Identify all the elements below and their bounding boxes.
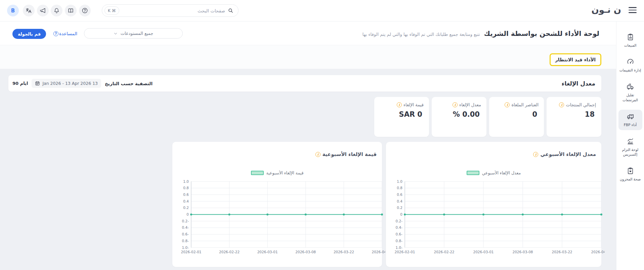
sidebar-item-reviews[interactable]: إدارة التقييمات — [618, 55, 642, 75]
legend-label: معدل الإلغاء الأسبوعي — [482, 170, 521, 175]
svg-text:2026-04-05: 2026-04-05 — [372, 250, 385, 254]
chart-legend: قيمة الإلغاء الأسبوعية — [172, 170, 382, 175]
chart-title: معدل الإلغاء الأسبوعي — [540, 151, 596, 157]
filter-by-date-label: التصفية حسب التاريخ — [105, 81, 153, 86]
svg-text:2026-03-08: 2026-03-08 — [512, 250, 533, 254]
chevron-down-icon — [114, 32, 118, 36]
svg-text:0.8-: 0.8- — [396, 239, 403, 243]
svg-text:0.4: 0.4 — [183, 199, 189, 203]
legend-swatch — [467, 171, 479, 175]
stat-label: قيمة الإلغاء — [403, 102, 424, 107]
svg-text:2026-03-08: 2026-03-08 — [295, 250, 316, 254]
stats-row: إجمالي المنتجات i 18 العناصر الملغاة i 0… — [8, 97, 601, 137]
stat-card-cancellation-rate: معدل الإلغاء i 0.00 % — [432, 97, 486, 137]
stat-label: إجمالي المنتجات — [566, 102, 596, 107]
svg-text:2026-03-01: 2026-03-01 — [257, 250, 278, 254]
stat-card-total-products: إجمالي المنتجات i 18 — [547, 97, 601, 137]
megaphone-icon — [40, 7, 46, 14]
info-icon[interactable]: i — [453, 102, 458, 107]
help-button[interactable] — [79, 5, 91, 16]
svg-text:0.2-: 0.2- — [396, 219, 403, 223]
sidebar-item-label: لوحة التزام إكسبريس — [619, 147, 642, 157]
search-bar: K ⌘ — [102, 4, 239, 17]
hamburger-menu-icon[interactable] — [629, 7, 637, 14]
info-icon[interactable]: i — [397, 102, 402, 107]
translate-icon — [26, 7, 32, 14]
svg-text:1.0-: 1.0- — [182, 246, 189, 250]
bell-icon — [53, 7, 60, 14]
gauge-icon — [627, 58, 634, 66]
weekly-cancellation-value-chart: 1.00.80.60.40.200.2-0.4-0.6-0.8-1.0-2026… — [172, 178, 382, 256]
info-icon[interactable]: i — [315, 152, 320, 157]
sidebar-item-fbp-performance[interactable]: أداء FBP — [618, 110, 642, 130]
sales-clipboard-icon — [627, 33, 634, 41]
warehouse-dropdown[interactable]: جميع المستودعات — [84, 28, 183, 39]
stat-value: 18 — [550, 110, 596, 118]
sidebar-item-inventory-health[interactable]: صحة المخزون — [618, 164, 642, 184]
sidebar: المبيعات إدارة التقييمات تقليل المرتجعات… — [616, 21, 644, 270]
svg-text:1.0: 1.0 — [183, 179, 189, 183]
date-range-picker[interactable]: 13 Jan 2026 - 13 Apr 2026 — [32, 79, 101, 88]
svg-text:0.2-: 0.2- — [182, 219, 189, 223]
svg-text:2026-02-01: 2026-02-01 — [181, 250, 201, 254]
svg-text:0.6: 0.6 — [183, 193, 189, 197]
main-area: لوحة الأداء للشحن بواسطة الشريك تتبع ومت… — [0, 21, 616, 270]
announcements-button[interactable] — [37, 5, 49, 16]
user-avatar[interactable]: B — [7, 5, 19, 16]
tab-pending-performance[interactable]: الأداء قيد الانتظار — [550, 53, 601, 66]
sidebar-item-sales[interactable]: المبيعات — [618, 30, 642, 51]
guides-button[interactable] — [65, 5, 77, 16]
svg-text:0: 0 — [400, 212, 402, 216]
avatar-initial: B — [11, 8, 15, 14]
stat-card-cancelled-items: العناصر الملغاة i 0 — [489, 97, 544, 137]
sidebar-item-returns[interactable]: تقليل المرتجعات — [618, 80, 642, 105]
svg-text:1.0-: 1.0- — [396, 246, 403, 250]
svg-text:2026-03-01: 2026-03-01 — [473, 250, 493, 254]
svg-text:2026-04-05: 2026-04-05 — [591, 250, 605, 254]
stat-label: العناصر الملغاة — [511, 102, 539, 107]
date-range-value: 13 Jan 2026 - 13 Apr 2026 — [42, 81, 98, 86]
language-button[interactable] — [23, 5, 35, 16]
take-tour-button[interactable]: قم بالجولة — [12, 29, 46, 39]
svg-text:0.6-: 0.6- — [396, 232, 403, 236]
svg-text:0.6: 0.6 — [397, 193, 402, 197]
topbar: B — [0, 0, 644, 21]
svg-text:0.8: 0.8 — [397, 186, 402, 190]
svg-text:0.6-: 0.6- — [182, 232, 189, 236]
help-link-label: المساعدة — [59, 31, 77, 36]
page-title-block: لوحة الأداء للشحن بواسطة الشريك تتبع ومت… — [362, 30, 599, 38]
stat-value: 0.00 % — [435, 110, 481, 118]
tab-band: الأداء قيد الانتظار — [0, 45, 616, 69]
search-input[interactable] — [119, 8, 228, 13]
page-subtitle: تتبع ومتابعة جميع طلباتك التي تم الوفاء … — [362, 32, 480, 37]
page-header: لوحة الأداء للشحن بواسطة الشريك تتبع ومت… — [0, 21, 616, 45]
svg-text:1.0: 1.0 — [397, 179, 402, 183]
noon-logo[interactable]: ن نـون — [592, 5, 621, 15]
sidebar-item-label: تقليل المرتجعات — [619, 93, 642, 102]
search-shortcut-badge: K ⌘ — [104, 6, 119, 15]
sidebar-item-label: أداء FBP — [624, 122, 637, 127]
weekly-cancellation-value-panel: قيمة الإلغاء الأسبوعية i قيمة الإلغاء ال… — [172, 142, 382, 267]
info-icon[interactable]: i — [533, 152, 538, 157]
book-icon — [68, 7, 74, 14]
svg-text:0.2: 0.2 — [183, 206, 189, 210]
svg-text:0.2: 0.2 — [397, 206, 402, 210]
chart-title: قيمة الإلغاء الأسبوعية — [323, 151, 377, 157]
legend-swatch — [251, 171, 264, 175]
help-link[interactable]: ? المساعدة — [53, 31, 77, 36]
section-title: معدل الإلغاء — [562, 80, 595, 87]
svg-text:0.4: 0.4 — [397, 199, 402, 203]
chart-legend: معدل الإلغاء الأسبوعي — [386, 170, 601, 175]
days-count-label: 90 ايام — [12, 81, 28, 86]
svg-text:0.4-: 0.4- — [396, 225, 403, 229]
info-icon[interactable]: i — [505, 102, 510, 107]
info-icon[interactable]: i — [559, 102, 564, 107]
charts-row: معدل الإلغاء الأسبوعي i معدل الإلغاء الأ… — [8, 142, 601, 267]
question-circle-icon — [82, 7, 88, 14]
svg-text:2026-02-01: 2026-02-01 — [394, 250, 415, 254]
return-truck-icon — [627, 83, 634, 91]
svg-text:2026-02-22: 2026-02-22 — [434, 250, 454, 254]
notifications-button[interactable] — [51, 5, 62, 16]
sidebar-item-express-commitment[interactable]: لوحة التزام إكسبريس — [618, 134, 642, 160]
cancellation-rate-section-header: 90 ايام 13 Jan 2026 - 13 Apr 2026 التصفي… — [8, 75, 601, 92]
